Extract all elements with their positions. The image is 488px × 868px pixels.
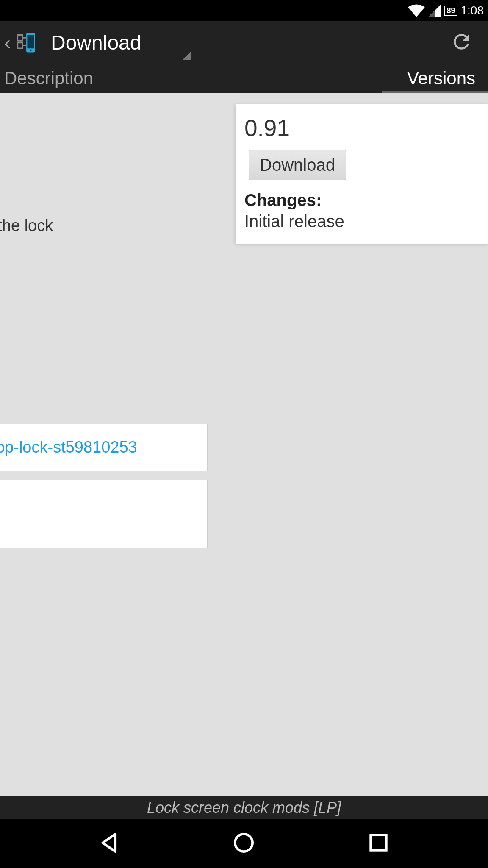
spinner-dropdown-icon[interactable] — [182, 52, 191, 60]
description-text-2: ier label. — [0, 238, 208, 259]
refresh-icon — [450, 30, 473, 53]
changes-label: Changes: — [244, 191, 480, 210]
svg-rect-1 — [27, 35, 34, 48]
tab-description[interactable]: Description — [0, 64, 102, 93]
nav-home-button[interactable] — [232, 831, 255, 856]
nav-recent-button[interactable] — [367, 831, 390, 856]
xda-link-text: /xposed/modules/app-lock-st59810253 — [0, 438, 137, 456]
version-number: 0.91 — [244, 114, 480, 142]
square-recent-icon — [367, 831, 390, 854]
cell-signal-icon — [428, 4, 441, 17]
refresh-button[interactable] — [450, 30, 473, 55]
status-bar: 89 1:08 — [0, 0, 488, 21]
battery-level: 89 — [444, 6, 457, 16]
circle-home-icon — [232, 831, 255, 854]
source-link-card[interactable]: ods — [0, 480, 208, 548]
changes-text: Initial release — [244, 212, 480, 231]
chevron-left-icon: ‹ — [4, 33, 11, 52]
xposed-icon — [13, 31, 36, 54]
version-card: 0.91 Download Changes: Initial release — [236, 104, 488, 244]
description-panel: ds [LP] 5.jpg .jpg ze some features of t… — [0, 93, 216, 556]
tab-bar: Description Versions — [0, 64, 488, 93]
navigation-bar — [0, 819, 488, 868]
svg-rect-4 — [371, 835, 386, 851]
nav-back-button[interactable] — [98, 831, 121, 856]
svg-point-3 — [235, 834, 252, 851]
wifi-icon — [408, 4, 425, 17]
footer-module-name: Lock screen clock mods [LP] — [0, 796, 488, 819]
xda-link-card[interactable]: /xposed/modules/app-lock-st59810253 — [0, 424, 208, 471]
tab-versions[interactable]: Versions — [399, 64, 484, 93]
download-button[interactable]: Download — [249, 150, 346, 180]
description-text-1: ze some features of the lock — [0, 215, 208, 236]
module-title: ds [LP] — [0, 93, 216, 142]
status-time: 1:08 — [461, 4, 484, 17]
svg-point-2 — [30, 49, 32, 51]
content-area[interactable]: ds [LP] 5.jpg .jpg ze some features of t… — [0, 93, 488, 796]
triangle-back-icon — [98, 831, 121, 854]
app-bar-title[interactable]: Download — [51, 31, 141, 54]
description-text-3: carrier label text. — [0, 357, 208, 378]
description-text-4: . — [0, 395, 208, 415]
app-bar: ‹ Download — [0, 21, 488, 64]
back-button[interactable]: ‹ — [4, 31, 36, 54]
